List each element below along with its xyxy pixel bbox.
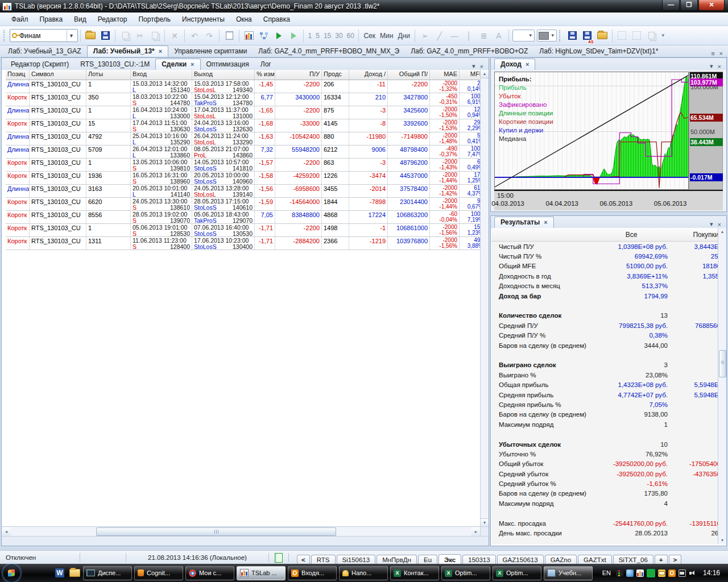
column-header[interactable]: Лоты	[86, 70, 131, 80]
instrument-tab[interactable]: GAZno	[545, 555, 577, 564]
scrollbar-thumb[interactable]	[96, 527, 336, 536]
results-row[interactable]: Выиграно сделок 3	[491, 360, 718, 370]
results-row[interactable]: Средняя прибыль 4,7742E+07 руб. 5,5948E+…	[491, 390, 718, 400]
menu-item[interactable]: Окна	[230, 14, 258, 25]
tab-income[interactable]: Доход×	[494, 59, 535, 70]
close-group-icon[interactable]: ×	[719, 50, 723, 57]
close-panel-icon[interactable]: ×	[718, 63, 721, 70]
menu-item[interactable]: Портфель	[133, 14, 176, 25]
scroll-down-icon[interactable]: ▼	[718, 537, 726, 544]
results-row[interactable]: Макс. просадка -25441760,00 руб. -139151…	[491, 518, 718, 528]
trade-row[interactable]: Коротк RTS_130103_CU 1311 11.06.2013 11:…	[6, 237, 481, 250]
trade-row[interactable]: Коротк RTS_130103_CU 1 05.06.2013 19:01:…	[6, 224, 481, 237]
results-row[interactable]: Доходность в месяц 513,37% 366,00%	[491, 281, 718, 291]
trades-vertical-scrollbar[interactable]: ▲ ▼	[480, 70, 489, 527]
column-header[interactable]: % изме	[255, 70, 275, 80]
save-as-button[interactable]: AS	[581, 29, 594, 43]
instrument-tab[interactable]: Eu	[418, 555, 437, 564]
mail-icon[interactable]	[658, 569, 665, 577]
tslab-tray-icon[interactable]	[636, 569, 644, 577]
select-all-button[interactable]	[630, 29, 644, 43]
column-header-all[interactable]: Все	[595, 231, 668, 239]
menu-item[interactable]: Инструменты	[176, 14, 230, 25]
results-row[interactable]: Средний убыток -3925020,00 руб. -4376350…	[491, 469, 718, 479]
scroll-down-icon[interactable]: ▼	[481, 518, 489, 527]
combo-dropdown-icon[interactable]: ▼	[67, 30, 76, 41]
results-row[interactable]	[491, 350, 718, 360]
pin-panel-icon[interactable]: ▾	[472, 63, 475, 70]
confirm-selection-button[interactable]	[645, 29, 659, 43]
toolbar-grip[interactable]	[3, 30, 7, 41]
results-vertical-scrollbar[interactable]: ▲ ▼	[718, 228, 726, 544]
results-row[interactable]: Убыточных сделок 10	[491, 439, 718, 449]
legend-item[interactable]: Прибыль	[499, 84, 553, 92]
results-row[interactable]: Общий MFE 51090,00 руб. 18180,00 руб.	[491, 261, 718, 271]
results-row[interactable]: Количество сделок 13	[491, 311, 718, 321]
chart-plot-area[interactable]: Прибыль: ПрибыльУбытокЗафиксированоДлинн…	[494, 72, 689, 190]
instrument-tab[interactable]: SiTXT_06	[613, 555, 653, 564]
taskbar-button[interactable]: Cognit...	[134, 566, 183, 580]
taskbar-button[interactable]: Optim...	[441, 566, 490, 580]
results-row[interactable]: Чистый П/У % 69942,69% 25859,55%	[491, 251, 718, 261]
trade-row[interactable]: Коротк RTS_130103_CU 1 13.05.2013 10:06:…	[6, 159, 481, 172]
trade-row[interactable]: Коротк RTS_130103_CU 6620 24.05.2013 13:…	[6, 198, 481, 211]
redo-button[interactable]: ↷	[202, 29, 216, 43]
instrument-tab[interactable]: <	[297, 555, 310, 564]
results-row[interactable]: Баров на сделку (в среднем) 3444,00 2325…	[491, 340, 718, 350]
save-workspace-button[interactable]	[566, 29, 580, 43]
tab-results[interactable]: Результаты×	[494, 217, 554, 228]
toolbar-overflow-icon[interactable]: ▼	[661, 33, 665, 38]
trade-row[interactable]: Длинна RTS_130103_CU 4792 25.04.2013 10:…	[6, 132, 481, 146]
trade-row[interactable]: Длинна RTS_130103_CU 1 16.04.2013 10:24:…	[6, 106, 481, 119]
script-scheme-button[interactable]	[257, 29, 271, 43]
document-tab[interactable]: Лог×	[255, 59, 277, 70]
journal-icon[interactable]	[275, 553, 283, 563]
document-tab[interactable]: Редактор (Скрипт)×	[5, 59, 75, 70]
instrument-tab[interactable]: +	[655, 555, 668, 564]
column-header[interactable]: MFE	[460, 70, 481, 80]
lab-tab[interactable]: Лаб: Учебный_13_GAZ×	[2, 46, 87, 57]
results-row[interactable]: Баров на сделку (в среднем) 9138,00 6212…	[491, 410, 718, 419]
legend-item[interactable]: Купил и держи	[499, 126, 553, 135]
traffic-light-icon[interactable]	[616, 569, 623, 577]
trade-row[interactable]: Коротк RTS_130103_CU 1936 16.05.2013 16:…	[6, 172, 481, 185]
taskbar-button[interactable]: Optim...	[493, 566, 541, 580]
taskbar-button[interactable]: TSLab ...	[237, 566, 286, 580]
legend-item[interactable]: Длинные позиции	[499, 109, 553, 118]
cut-button[interactable]: ✂	[133, 29, 147, 43]
line-style-combobox[interactable]: ▼	[512, 30, 535, 41]
menu-item[interactable]: Справка	[258, 14, 296, 25]
column-header[interactable]: Символ	[30, 70, 86, 80]
document-tab[interactable]: RTS_130103_CU:-:1M×	[75, 59, 155, 70]
account-combobox[interactable]: Финам ▼	[10, 29, 78, 42]
cursor-tool-button[interactable]: ➢	[418, 29, 432, 43]
copy-button[interactable]	[118, 29, 132, 43]
timeframe-button[interactable]: 5	[316, 32, 320, 40]
taskbar-button[interactable]: Мои с...	[185, 566, 234, 580]
timeframe-button[interactable]: 30	[335, 32, 342, 40]
speaker-icon[interactable]	[689, 569, 696, 577]
legend-item[interactable]: Медиана	[499, 135, 553, 143]
results-row[interactable]: Средний убыток % -1,61% -1,57%	[491, 479, 718, 488]
taskbar-button[interactable]: Контак...	[390, 566, 439, 580]
quicklaunch-word[interactable]: W	[54, 567, 65, 579]
close-tab-icon[interactable]: ×	[159, 48, 162, 55]
instrument-tab[interactable]: RTS	[311, 555, 336, 564]
results-row[interactable]: Баров на сделку (в среднем) 1735,80 1354…	[491, 489, 718, 498]
lab-tab[interactable]: Лаб: HighLow_StDev_Taim+DZV(txt)1*×	[533, 46, 664, 57]
column-header[interactable]: Доход /	[349, 70, 388, 80]
timeframe-button[interactable]: 1	[308, 32, 312, 40]
column-header[interactable]: П/У	[275, 70, 322, 80]
color-combobox[interactable]: ▼	[537, 30, 557, 41]
paste-button[interactable]	[148, 29, 162, 43]
run-button[interactable]	[272, 29, 286, 43]
scroll-up-icon[interactable]: ▲	[481, 70, 489, 78]
close-panel-icon[interactable]: ×	[480, 63, 483, 70]
legend-item[interactable]: Короткие позиции	[499, 118, 553, 126]
undo-button[interactable]: ↶	[188, 29, 201, 43]
status-led-icon[interactable]	[647, 569, 655, 577]
select-tool-button[interactable]	[615, 29, 629, 43]
legend-item[interactable]: Убыток	[499, 92, 553, 101]
column-header[interactable]: Общий П/	[388, 70, 430, 80]
vline-tool-button[interactable]: │	[462, 29, 476, 43]
